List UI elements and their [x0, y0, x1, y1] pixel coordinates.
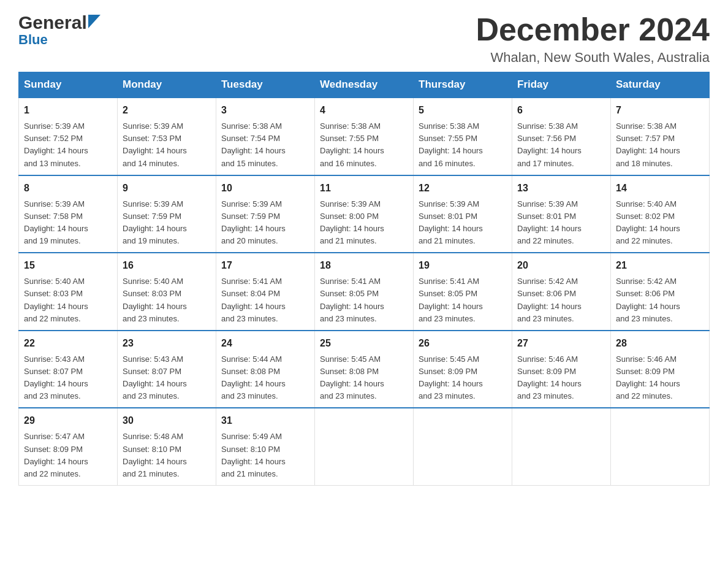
day-number: 14 — [616, 181, 704, 196]
day-info: Sunrise: 5:38 AMSunset: 7:57 PMDaylight:… — [616, 120, 704, 170]
day-info: Sunrise: 5:45 AMSunset: 8:09 PMDaylight:… — [419, 353, 507, 403]
calendar-week-row: 1Sunrise: 5:39 AMSunset: 7:52 PMDaylight… — [19, 98, 710, 175]
day-number: 16 — [123, 258, 211, 273]
day-info: Sunrise: 5:39 AMSunset: 7:59 PMDaylight:… — [123, 198, 211, 248]
day-number: 12 — [419, 181, 507, 196]
day-number: 28 — [616, 336, 704, 351]
col-wednesday: Wednesday — [315, 72, 414, 98]
day-number: 6 — [517, 103, 605, 118]
day-info: Sunrise: 5:41 AMSunset: 8:05 PMDaylight:… — [419, 275, 507, 325]
table-row: 30Sunrise: 5:48 AMSunset: 8:10 PMDayligh… — [118, 408, 216, 485]
day-number: 25 — [320, 336, 408, 351]
day-number: 20 — [517, 258, 605, 273]
calendar-week-row: 22Sunrise: 5:43 AMSunset: 8:07 PMDayligh… — [19, 331, 710, 408]
day-info: Sunrise: 5:47 AMSunset: 8:09 PMDaylight:… — [24, 431, 112, 480]
day-number: 10 — [221, 181, 309, 196]
day-number: 8 — [24, 181, 112, 196]
day-number: 26 — [419, 336, 507, 351]
day-number: 30 — [123, 413, 211, 428]
day-info: Sunrise: 5:38 AMSunset: 7:55 PMDaylight:… — [419, 120, 507, 170]
table-row: 11Sunrise: 5:39 AMSunset: 8:00 PMDayligh… — [315, 175, 414, 253]
day-number: 5 — [419, 103, 507, 118]
table-row: 15Sunrise: 5:40 AMSunset: 8:03 PMDayligh… — [19, 253, 118, 331]
day-info: Sunrise: 5:41 AMSunset: 8:05 PMDaylight:… — [320, 275, 408, 325]
day-info: Sunrise: 5:39 AMSunset: 8:00 PMDaylight:… — [320, 198, 408, 248]
table-row: 14Sunrise: 5:40 AMSunset: 8:02 PMDayligh… — [611, 175, 710, 253]
calendar-table: Sunday Monday Tuesday Wednesday Thursday… — [18, 72, 710, 486]
svg-marker-0 — [88, 15, 100, 28]
table-row: 20Sunrise: 5:42 AMSunset: 8:06 PMDayligh… — [512, 253, 611, 331]
day-info: Sunrise: 5:40 AMSunset: 8:02 PMDaylight:… — [616, 198, 704, 248]
table-row: 29Sunrise: 5:47 AMSunset: 8:09 PMDayligh… — [19, 408, 118, 485]
logo-blue-text: Blue — [18, 32, 48, 48]
day-number: 31 — [221, 413, 309, 428]
calendar-week-row: 29Sunrise: 5:47 AMSunset: 8:09 PMDayligh… — [19, 408, 710, 485]
day-number: 9 — [123, 181, 211, 196]
day-number: 18 — [320, 258, 408, 273]
table-row: 17Sunrise: 5:41 AMSunset: 8:04 PMDayligh… — [216, 253, 315, 331]
table-row — [611, 408, 710, 485]
table-row: 22Sunrise: 5:43 AMSunset: 8:07 PMDayligh… — [19, 331, 118, 408]
day-info: Sunrise: 5:38 AMSunset: 7:54 PMDaylight:… — [221, 120, 309, 170]
day-number: 27 — [517, 336, 605, 351]
location-subtitle: Whalan, New South Wales, Australia — [476, 50, 710, 66]
table-row: 25Sunrise: 5:45 AMSunset: 8:08 PMDayligh… — [315, 331, 414, 408]
day-info: Sunrise: 5:38 AMSunset: 7:56 PMDaylight:… — [517, 120, 605, 170]
table-row: 8Sunrise: 5:39 AMSunset: 7:58 PMDaylight… — [19, 175, 118, 253]
day-info: Sunrise: 5:45 AMSunset: 8:08 PMDaylight:… — [320, 353, 408, 403]
table-row: 9Sunrise: 5:39 AMSunset: 7:59 PMDaylight… — [118, 175, 216, 253]
day-info: Sunrise: 5:43 AMSunset: 8:07 PMDaylight:… — [123, 353, 211, 403]
day-number: 15 — [24, 258, 112, 273]
day-info: Sunrise: 5:46 AMSunset: 8:09 PMDaylight:… — [517, 353, 605, 403]
day-info: Sunrise: 5:39 AMSunset: 7:53 PMDaylight:… — [123, 120, 211, 170]
table-row: 2Sunrise: 5:39 AMSunset: 7:53 PMDaylight… — [118, 98, 216, 175]
day-number: 1 — [24, 103, 112, 118]
day-info: Sunrise: 5:41 AMSunset: 8:04 PMDaylight:… — [221, 275, 309, 325]
day-info: Sunrise: 5:40 AMSunset: 8:03 PMDaylight:… — [123, 275, 211, 325]
col-saturday: Saturday — [611, 72, 710, 98]
table-row: 24Sunrise: 5:44 AMSunset: 8:08 PMDayligh… — [216, 331, 315, 408]
day-number: 19 — [419, 258, 507, 273]
table-row: 5Sunrise: 5:38 AMSunset: 7:55 PMDaylight… — [414, 98, 512, 175]
table-row: 19Sunrise: 5:41 AMSunset: 8:05 PMDayligh… — [414, 253, 512, 331]
day-info: Sunrise: 5:39 AMSunset: 8:01 PMDaylight:… — [517, 198, 605, 248]
day-number: 13 — [517, 181, 605, 196]
day-number: 21 — [616, 258, 704, 273]
table-row: 18Sunrise: 5:41 AMSunset: 8:05 PMDayligh… — [315, 253, 414, 331]
page-title: December 2024 — [476, 12, 710, 47]
day-info: Sunrise: 5:39 AMSunset: 8:01 PMDaylight:… — [419, 198, 507, 248]
day-info: Sunrise: 5:39 AMSunset: 7:52 PMDaylight:… — [24, 120, 112, 170]
day-info: Sunrise: 5:39 AMSunset: 7:58 PMDaylight:… — [24, 198, 112, 248]
table-row — [512, 408, 611, 485]
table-row: 7Sunrise: 5:38 AMSunset: 7:57 PMDaylight… — [611, 98, 710, 175]
day-info: Sunrise: 5:38 AMSunset: 7:55 PMDaylight:… — [320, 120, 408, 170]
title-block: December 2024 Whalan, New South Wales, A… — [476, 12, 710, 66]
day-number: 11 — [320, 181, 408, 196]
col-sunday: Sunday — [19, 72, 118, 98]
day-number: 17 — [221, 258, 309, 273]
table-row: 26Sunrise: 5:45 AMSunset: 8:09 PMDayligh… — [414, 331, 512, 408]
logo-general-text: General — [18, 12, 87, 33]
table-row: 27Sunrise: 5:46 AMSunset: 8:09 PMDayligh… — [512, 331, 611, 408]
day-info: Sunrise: 5:42 AMSunset: 8:06 PMDaylight:… — [616, 275, 704, 325]
day-info: Sunrise: 5:49 AMSunset: 8:10 PMDaylight:… — [221, 431, 309, 480]
calendar-week-row: 15Sunrise: 5:40 AMSunset: 8:03 PMDayligh… — [19, 253, 710, 331]
day-info: Sunrise: 5:40 AMSunset: 8:03 PMDaylight:… — [24, 275, 112, 325]
calendar-week-row: 8Sunrise: 5:39 AMSunset: 7:58 PMDaylight… — [19, 175, 710, 253]
page-header: General Blue December 2024 Whalan, New S… — [18, 12, 710, 66]
table-row: 3Sunrise: 5:38 AMSunset: 7:54 PMDaylight… — [216, 98, 315, 175]
table-row: 12Sunrise: 5:39 AMSunset: 8:01 PMDayligh… — [414, 175, 512, 253]
table-row: 4Sunrise: 5:38 AMSunset: 7:55 PMDaylight… — [315, 98, 414, 175]
day-info: Sunrise: 5:39 AMSunset: 7:59 PMDaylight:… — [221, 198, 309, 248]
day-info: Sunrise: 5:43 AMSunset: 8:07 PMDaylight:… — [24, 353, 112, 403]
day-info: Sunrise: 5:48 AMSunset: 8:10 PMDaylight:… — [123, 431, 211, 480]
day-number: 22 — [24, 336, 112, 351]
table-row: 16Sunrise: 5:40 AMSunset: 8:03 PMDayligh… — [118, 253, 216, 331]
day-number: 4 — [320, 103, 408, 118]
table-row: 13Sunrise: 5:39 AMSunset: 8:01 PMDayligh… — [512, 175, 611, 253]
table-row: 31Sunrise: 5:49 AMSunset: 8:10 PMDayligh… — [216, 408, 315, 485]
table-row — [315, 408, 414, 485]
day-number: 3 — [221, 103, 309, 118]
col-tuesday: Tuesday — [216, 72, 315, 98]
day-info: Sunrise: 5:46 AMSunset: 8:09 PMDaylight:… — [616, 353, 704, 403]
